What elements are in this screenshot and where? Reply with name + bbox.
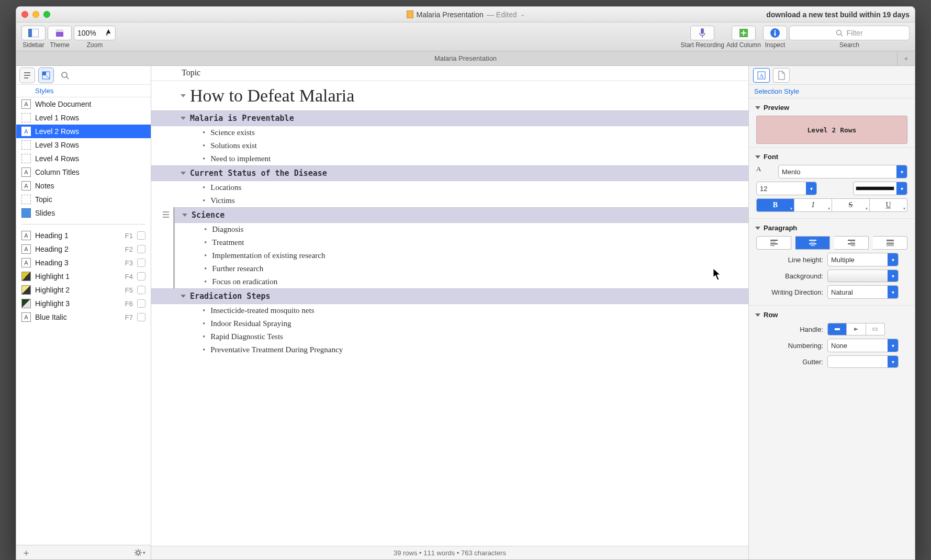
style-level-item[interactable]: ALevel 2 Rows [16, 125, 151, 138]
toggle-sidebar-button[interactable] [21, 26, 46, 40]
outline-title-row[interactable]: How to Defeat Malaria [151, 81, 748, 110]
italic-toggle[interactable]: I▾ [794, 198, 832, 212]
disclosure-triangle-icon[interactable] [181, 172, 186, 175]
style-level-item[interactable]: AWhole Document [16, 97, 151, 111]
align-center-button[interactable] [795, 236, 830, 250]
sidebar-mode-styles[interactable] [38, 68, 54, 83]
outline-l2-row[interactable]: Eradication Steps [151, 288, 748, 304]
inspector-tab-text[interactable]: A [753, 68, 770, 83]
inspector-tab-doc[interactable] [773, 68, 790, 83]
svg-rect-15 [24, 75, 30, 76]
disclosure-triangle-icon[interactable] [755, 155, 760, 159]
disclosure-triangle-icon[interactable] [181, 117, 186, 120]
style-applied-checkbox[interactable] [137, 245, 145, 253]
outline-bullet-row[interactable]: Insecticide-treated mosquito nets [151, 304, 748, 317]
style-applied-checkbox[interactable] [137, 313, 145, 321]
named-style-item[interactable]: Highlight 1F4 [16, 270, 151, 283]
outline-l2-row[interactable]: Current Status of the Disease [151, 165, 748, 181]
theme-button[interactable] [48, 26, 72, 40]
style-applied-checkbox[interactable] [137, 286, 145, 294]
zoom-select[interactable]: 100% ▲▼ [74, 26, 116, 40]
line-height-select[interactable]: Multiple ▾ [827, 253, 899, 266]
style-level-item[interactable]: Level 1 Rows [16, 111, 151, 125]
style-level-item[interactable]: Topic [16, 193, 151, 206]
align-justify-button[interactable] [873, 236, 907, 250]
style-level-item[interactable]: ANotes [16, 179, 151, 193]
named-style-item[interactable]: AHeading 1F1 [16, 229, 151, 242]
new-tab-button[interactable]: ＋ [897, 51, 915, 66]
outline-l2-row[interactable]: Malaria is Preventable [151, 110, 748, 126]
style-applied-checkbox[interactable] [137, 272, 145, 281]
outline-bullet-row[interactable]: Implementation of existing research [175, 249, 748, 262]
sidebar-search-button[interactable] [57, 68, 73, 83]
disclosure-triangle-icon[interactable] [755, 313, 760, 317]
close-window[interactable] [21, 11, 28, 18]
add-column-button[interactable] [732, 26, 756, 40]
align-right-button[interactable] [834, 236, 869, 250]
outline-bullet-row[interactable]: Solutions exist [151, 139, 748, 152]
outline-bullet-text: Locations [210, 183, 241, 192]
disclosure-triangle-icon[interactable] [755, 227, 760, 230]
style-applied-checkbox[interactable] [137, 231, 145, 240]
disclosure-triangle-icon[interactable] [181, 94, 186, 97]
paragraph-background-picker[interactable]: ▾ [827, 270, 899, 282]
style-level-item[interactable]: Slides [16, 206, 151, 220]
title-menu-chevron-icon[interactable]: ⌄ [520, 11, 525, 18]
minimize-window[interactable] [32, 11, 39, 18]
outline-content[interactable]: How to Defeat MalariaMalaria is Preventa… [151, 81, 748, 546]
named-style-item[interactable]: Highlight 2F5 [16, 283, 151, 297]
add-style-button[interactable]: ＋ [21, 546, 31, 559]
style-level-item[interactable]: AColumn Titles [16, 165, 151, 179]
named-style-item[interactable]: AHeading 3F3 [16, 256, 151, 270]
fkey-label: F3 [119, 259, 133, 267]
align-left-button[interactable] [756, 236, 791, 250]
outline-l2-row[interactable]: Science [175, 207, 748, 223]
outline-bullet-row[interactable]: Science exists [151, 126, 748, 139]
font-color-picker[interactable]: ▾ [853, 182, 907, 195]
outline-bullet-row[interactable]: Further research [175, 262, 748, 275]
style-applied-checkbox[interactable] [137, 259, 145, 267]
column-header-topic[interactable]: Topic [151, 66, 748, 81]
outline-bullet-row[interactable]: Diagnosis [175, 223, 748, 236]
start-recording-button[interactable] [690, 26, 714, 40]
numbering-select[interactable]: None ▾ [827, 339, 899, 352]
zoom-window[interactable] [43, 11, 50, 18]
outline-bullet-row[interactable]: Focus on eradication [175, 275, 748, 288]
style-applied-checkbox[interactable] [137, 299, 145, 308]
gutter-picker[interactable]: ▾ [827, 355, 899, 368]
outline-bullet-row[interactable]: Indoor Residual Spraying [151, 317, 748, 330]
named-style-item[interactable]: ABlue ItalicF7 [16, 310, 151, 324]
row-drag-handle-icon[interactable] [162, 207, 170, 222]
outline-bullet-row[interactable]: Preventative Treatment During Pregnancy [151, 343, 748, 356]
handle-style-1[interactable] [827, 323, 847, 335]
tab-active[interactable]: Malaria Presentation [434, 54, 497, 62]
disclosure-triangle-icon[interactable] [182, 214, 187, 217]
style-level-item[interactable]: Level 4 Rows [16, 152, 151, 165]
font-family-select[interactable]: Menlo ▾ [778, 165, 907, 178]
outline-bullet-row[interactable]: Victims [151, 194, 748, 207]
bold-toggle[interactable]: B▾ [756, 198, 794, 212]
underline-toggle[interactable]: U▾ [870, 198, 907, 212]
style-level-item[interactable]: Level 3 Rows [16, 138, 151, 152]
named-style-item[interactable]: Highlight 3F6 [16, 297, 151, 310]
inspect-button[interactable] [763, 26, 787, 40]
style-icon: A [21, 181, 31, 191]
outline-bullet-row[interactable]: Need to implement [151, 152, 748, 165]
disclosure-triangle-icon[interactable] [755, 106, 760, 109]
filter-search-field[interactable]: Filter [789, 26, 910, 40]
sidebar-mode-outline[interactable] [19, 68, 35, 83]
outline-bullet-row[interactable]: Rapid Diagnostic Tests [151, 330, 748, 343]
outline-bullet-row[interactable]: Treatment [175, 236, 748, 249]
font-panel-button[interactable]: A [756, 165, 774, 178]
handle-style-3[interactable] [866, 323, 885, 335]
handle-style-2[interactable] [847, 323, 866, 335]
add-column-icon [739, 28, 748, 38]
style-item-label: Whole Document [35, 100, 91, 108]
sidebar-gear-menu[interactable]: ▾ [134, 549, 145, 556]
outline-bullet-row[interactable]: Locations [151, 181, 748, 194]
disclosure-triangle-icon[interactable] [181, 295, 186, 298]
strikethrough-toggle[interactable]: S▾ [832, 198, 870, 212]
named-style-item[interactable]: AHeading 2F2 [16, 242, 151, 256]
font-size-field[interactable]: 12 ▾ [756, 182, 817, 195]
writing-direction-select[interactable]: Natural ▾ [827, 285, 899, 299]
